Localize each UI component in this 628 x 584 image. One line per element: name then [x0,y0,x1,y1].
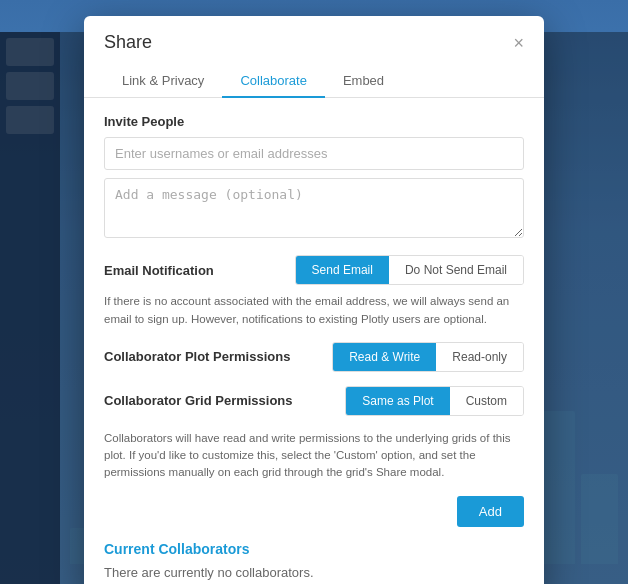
tab-bar: Link & Privacy Collaborate Embed [84,53,544,98]
grid-permissions-info: Collaborators will have read and write p… [104,430,524,482]
grid-permissions-label: Collaborator Grid Permissions [104,393,293,408]
add-collaborator-button[interactable]: Add [457,496,524,527]
email-notification-row: Email Notification Send Email Do Not Sen… [104,255,524,285]
tab-link-privacy[interactable]: Link & Privacy [104,65,222,98]
email-notification-info: If there is no account associated with t… [104,293,524,328]
custom-button[interactable]: Custom [450,387,523,415]
grid-permissions-row: Collaborator Grid Permissions Same as Pl… [104,386,524,416]
tab-embed[interactable]: Embed [325,65,402,98]
modal-header: Share × [84,16,544,53]
email-notification-group: Send Email Do Not Send Email [295,255,524,285]
read-write-button[interactable]: Read & Write [333,343,436,371]
same-as-plot-button[interactable]: Same as Plot [346,387,449,415]
invite-section-label: Invite People [104,114,524,129]
plot-permissions-group: Read & Write Read-only [332,342,524,372]
plot-permissions-label: Collaborator Plot Permissions [104,349,290,364]
no-collaborators-message: There are currently no collaborators. [104,565,524,580]
modal-close-button[interactable]: × [513,34,524,52]
current-collaborators-title: Current Collaborators [104,541,524,557]
read-only-button[interactable]: Read-only [436,343,523,371]
send-email-button[interactable]: Send Email [296,256,389,284]
add-button-container: Add [104,496,524,527]
message-input[interactable] [104,178,524,238]
email-notification-label: Email Notification [104,263,214,278]
grid-permissions-group: Same as Plot Custom [345,386,524,416]
modal-overlay: Share × Link & Privacy Collaborate Embed… [0,32,628,584]
username-input[interactable] [104,137,524,170]
tab-collaborate[interactable]: Collaborate [222,65,325,98]
do-not-send-email-button[interactable]: Do Not Send Email [389,256,523,284]
modal-title: Share [104,32,152,53]
share-modal: Share × Link & Privacy Collaborate Embed… [84,16,544,584]
plot-permissions-row: Collaborator Plot Permissions Read & Wri… [104,342,524,372]
modal-body: Invite People Email Notification Send Em… [84,98,544,584]
